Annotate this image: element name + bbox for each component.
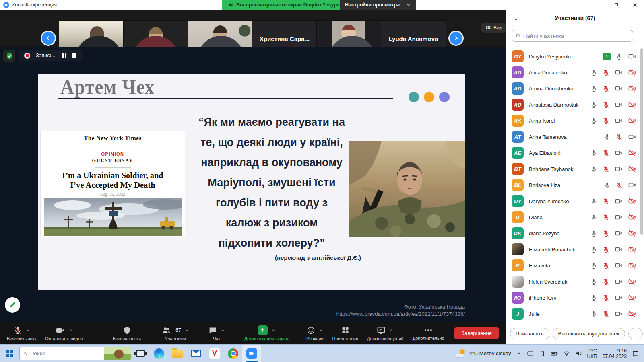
toolbar-security[interactable]: Безопасность <box>108 322 145 344</box>
participant-search[interactable] <box>512 30 633 42</box>
chevron-up-icon[interactable] <box>26 328 30 333</box>
taskbar-search-input[interactable] <box>30 350 101 356</box>
view-settings-button[interactable]: Настройки просмотра <box>340 0 416 10</box>
red-v-app-button[interactable]: V <box>205 345 224 362</box>
camera-on-icon[interactable] <box>615 84 623 93</box>
mic-muted-icon[interactable] <box>603 311 609 317</box>
edge-browser-button[interactable] <box>150 345 168 362</box>
camera-off-icon[interactable] <box>628 117 636 125</box>
participant-row[interactable]: AD Amina Doroshenko <box>506 80 640 97</box>
mic-muted-icon[interactable] <box>603 198 609 205</box>
chevron-up-icon[interactable] <box>68 328 73 333</box>
camera-off-icon[interactable] <box>628 213 636 221</box>
mic-muted-icon[interactable] <box>603 214 609 221</box>
mic-on-icon[interactable] <box>590 101 597 108</box>
camera-on-icon[interactable] <box>615 245 623 253</box>
participant-row[interactable]: Helen Sverediuk <box>506 274 640 290</box>
file-explorer-button[interactable] <box>168 345 187 362</box>
camera-on-icon[interactable] <box>615 101 623 109</box>
language-indicator[interactable]: РУС UKR <box>587 348 597 359</box>
chevron-up-icon[interactable] <box>271 328 276 333</box>
camera-on-icon[interactable] <box>615 229 623 237</box>
mic-muted-icon[interactable] <box>603 262 609 269</box>
participant-search-input[interactable] <box>523 33 629 39</box>
start-button[interactable] <box>0 345 19 362</box>
mic-on-icon[interactable] <box>590 198 597 205</box>
camera-on-icon[interactable] <box>615 197 623 205</box>
camera-on-icon[interactable] <box>628 181 636 189</box>
close-button[interactable] <box>625 0 644 10</box>
mic-on-icon[interactable] <box>590 278 597 285</box>
camera-on-icon[interactable] <box>615 117 623 125</box>
view-layout-button[interactable]: Вид <box>481 23 506 33</box>
camera-off-icon[interactable] <box>628 261 636 269</box>
cast-icon[interactable] <box>527 350 534 357</box>
camera-off-icon[interactable] <box>628 310 636 318</box>
toolbar-stop-video[interactable]: Остановить видео <box>41 322 87 344</box>
mic-on-icon[interactable] <box>616 53 623 60</box>
camera-off-icon[interactable] <box>628 229 636 237</box>
stop-recording-button[interactable] <box>72 53 76 58</box>
participant-row[interactable]: D Diana <box>506 209 640 225</box>
mic-on-icon[interactable] <box>590 85 597 92</box>
task-view-button[interactable] <box>131 345 150 362</box>
toolbar-participants[interactable]: 67 Участники <box>157 322 193 344</box>
participant-row[interactable]: AT Arina Tamanova <box>506 129 640 145</box>
mic-muted-icon[interactable] <box>603 246 609 253</box>
participant-row[interactable]: BT Bohdana Tsyhanok <box>506 161 640 177</box>
zoom-taskbar-button[interactable] <box>242 345 261 362</box>
camera-off-icon[interactable] <box>628 197 636 205</box>
mic-muted-icon[interactable] <box>616 182 623 189</box>
participant-row[interactable]: Elizabeth Buriachok <box>506 241 640 257</box>
mic-on-icon[interactable] <box>590 69 597 76</box>
minimize-button[interactable] <box>588 0 607 10</box>
previous-participants-button[interactable] <box>42 32 55 45</box>
participant-row[interactable]: ІЮ iPhone Юля <box>506 290 640 306</box>
annotate-button[interactable] <box>5 297 20 313</box>
battery-icon[interactable] <box>551 350 558 357</box>
mic-muted-icon[interactable] <box>603 294 609 301</box>
mic-on-icon[interactable] <box>590 166 597 173</box>
camera-off-icon[interactable] <box>628 84 636 93</box>
toolbar-share-screen[interactable]: Демонстрация экрана <box>240 322 294 344</box>
participant-row[interactable]: AD Alina Dunaienko <box>506 64 640 80</box>
camera-on-icon[interactable] <box>615 261 623 269</box>
phone-link-icon[interactable] <box>539 350 545 357</box>
mic-on-icon[interactable] <box>604 134 611 140</box>
mic-muted-icon[interactable] <box>603 230 609 237</box>
mic-muted-icon[interactable] <box>603 69 609 76</box>
chevron-up-icon[interactable] <box>221 328 225 333</box>
camera-on-icon[interactable] <box>615 68 623 76</box>
mic-on-icon[interactable] <box>590 294 597 301</box>
mic-muted-icon[interactable] <box>616 134 623 140</box>
mic-on-icon[interactable] <box>590 117 597 124</box>
mic-on-icon[interactable] <box>604 182 611 189</box>
mic-muted-icon[interactable] <box>603 117 609 124</box>
toolbar-chat[interactable]: Чат <box>204 322 229 344</box>
camera-on-icon[interactable] <box>615 165 623 173</box>
camera-on-icon[interactable] <box>615 149 623 157</box>
chevron-up-icon[interactable] <box>185 328 189 333</box>
mic-muted-icon[interactable] <box>603 85 609 92</box>
taskbar-search[interactable] <box>19 347 131 360</box>
camera-on-icon[interactable] <box>615 294 623 302</box>
mic-on-icon[interactable] <box>590 150 597 156</box>
participant-row[interactable]: DY Dmytro Yesypenko <box>506 48 640 64</box>
weather-widget[interactable]: 4°C Mostly cloudy <box>456 349 511 358</box>
camera-off-icon[interactable] <box>628 68 636 76</box>
wifi-icon[interactable] <box>563 350 570 357</box>
toolbar-apps[interactable]: Приложения <box>328 322 363 344</box>
chevron-up-icon[interactable] <box>319 328 323 333</box>
mute-all-button[interactable]: Выключить звук для всех <box>553 328 625 339</box>
pause-recording-button[interactable] <box>62 53 66 58</box>
participant-row[interactable]: AD Anastasia Darmostuk <box>506 97 640 113</box>
chevron-up-icon[interactable] <box>389 328 394 333</box>
participant-row[interactable]: AE Aya Elbasioni <box>506 145 640 161</box>
camera-on-icon[interactable] <box>628 52 636 60</box>
camera-off-icon[interactable] <box>628 149 636 157</box>
toolbar-reactions[interactable]: Реакции <box>302 322 328 344</box>
mail-button[interactable] <box>187 345 205 362</box>
invite-button[interactable]: Пригласить <box>510 328 549 339</box>
maximize-button[interactable] <box>607 0 625 10</box>
meeting-security-shield[interactable] <box>3 50 15 62</box>
